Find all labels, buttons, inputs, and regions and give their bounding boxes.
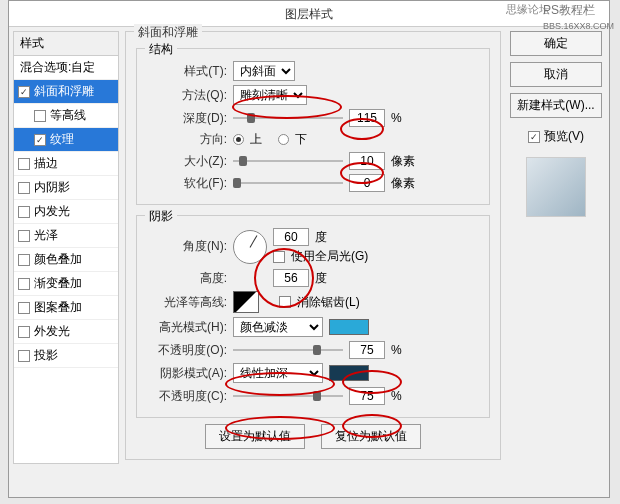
styles-list: 样式 混合选项:自定 斜面和浮雕 等高线 纹理 描边 内阴影 内发光 光泽 颜色… bbox=[13, 31, 119, 464]
technique-label: 方法(Q): bbox=[147, 87, 227, 104]
direction-up-radio[interactable] bbox=[233, 134, 244, 145]
item-label: 内发光 bbox=[34, 203, 70, 220]
unit-percent: % bbox=[391, 111, 402, 125]
color-overlay-item[interactable]: 颜色叠加 bbox=[14, 248, 118, 272]
item-label: 纹理 bbox=[50, 131, 74, 148]
set-default-button[interactable]: 设置为默认值 bbox=[205, 424, 305, 449]
item-label: 外发光 bbox=[34, 323, 70, 340]
altitude-input[interactable] bbox=[273, 269, 309, 287]
bevel-emboss-item[interactable]: 斜面和浮雕 bbox=[14, 80, 118, 104]
shadow-mode-label: 阴影模式(A): bbox=[147, 365, 227, 382]
cancel-button[interactable]: 取消 bbox=[510, 62, 602, 87]
highlight-opacity-slider[interactable] bbox=[233, 344, 343, 356]
unit-px: 像素 bbox=[391, 175, 415, 192]
altitude-label: 高度: bbox=[147, 270, 227, 287]
gloss-contour-picker[interactable] bbox=[233, 291, 259, 313]
checkbox-icon[interactable] bbox=[18, 158, 30, 170]
preview-thumbnail bbox=[526, 157, 586, 217]
settings-panel: 斜面和浮雕 结构 样式(T): 内斜面 方法(Q): 雕刻清晰 深度(D): bbox=[125, 31, 501, 464]
right-panel: 确定 取消 新建样式(W)... 预览(V) bbox=[507, 31, 605, 464]
highlight-mode-select[interactable]: 颜色减淡 bbox=[233, 317, 323, 337]
item-label: 颜色叠加 bbox=[34, 251, 82, 268]
depth-label: 深度(D): bbox=[147, 110, 227, 127]
watermark-text: PS教程栏 BBS.16XX8.COM bbox=[543, 2, 614, 31]
preview-label: 预览(V) bbox=[544, 128, 584, 145]
direction-down-radio[interactable] bbox=[278, 134, 289, 145]
drop-shadow-item[interactable]: 投影 bbox=[14, 344, 118, 368]
item-label: 图案叠加 bbox=[34, 299, 82, 316]
antialias-checkbox[interactable] bbox=[279, 296, 291, 308]
inner-shadow-item[interactable]: 内阴影 bbox=[14, 176, 118, 200]
stroke-item[interactable]: 描边 bbox=[14, 152, 118, 176]
shadow-opacity-input[interactable] bbox=[349, 387, 385, 405]
checkbox-icon[interactable] bbox=[18, 326, 30, 338]
bevel-group: 斜面和浮雕 结构 样式(T): 内斜面 方法(Q): 雕刻清晰 深度(D): bbox=[125, 31, 501, 460]
checkbox-icon[interactable] bbox=[18, 206, 30, 218]
shading-subgroup: 阴影 角度(N): 度 使用全局光(G) bbox=[136, 215, 490, 418]
angle-input[interactable] bbox=[273, 228, 309, 246]
layer-style-dialog: 图层样式 样式 混合选项:自定 斜面和浮雕 等高线 纹理 描边 内阴影 内发光 … bbox=[8, 0, 610, 498]
global-light-label: 使用全局光(G) bbox=[291, 248, 368, 265]
shadow-opacity-slider[interactable] bbox=[233, 390, 343, 402]
preview-checkbox[interactable] bbox=[528, 131, 540, 143]
soften-slider[interactable] bbox=[233, 177, 343, 189]
soften-label: 软化(F): bbox=[147, 175, 227, 192]
checkbox-icon[interactable] bbox=[18, 230, 30, 242]
item-label: 描边 bbox=[34, 155, 58, 172]
highlight-color-swatch[interactable] bbox=[329, 319, 369, 335]
item-label: 光泽 bbox=[34, 227, 58, 244]
shadow-mode-select[interactable]: 线性加深 bbox=[233, 363, 323, 383]
group-title: 斜面和浮雕 bbox=[134, 24, 202, 41]
unit-deg: 度 bbox=[315, 229, 327, 246]
size-label: 大小(Z): bbox=[147, 153, 227, 170]
structure-subgroup: 结构 样式(T): 内斜面 方法(Q): 雕刻清晰 深度(D): % bbox=[136, 48, 490, 205]
contour-item[interactable]: 等高线 bbox=[14, 104, 118, 128]
subgroup-title: 结构 bbox=[145, 41, 177, 58]
checkbox-icon[interactable] bbox=[18, 182, 30, 194]
checkbox-icon[interactable] bbox=[18, 278, 30, 290]
gradient-overlay-item[interactable]: 渐变叠加 bbox=[14, 272, 118, 296]
unit-percent: % bbox=[391, 343, 402, 357]
ok-button[interactable]: 确定 bbox=[510, 31, 602, 56]
styles-header: 样式 bbox=[14, 32, 118, 56]
technique-select[interactable]: 雕刻清晰 bbox=[233, 85, 307, 105]
checkbox-icon[interactable] bbox=[34, 110, 46, 122]
checkbox-icon[interactable] bbox=[18, 254, 30, 266]
style-select[interactable]: 内斜面 bbox=[233, 61, 295, 81]
item-label: 渐变叠加 bbox=[34, 275, 82, 292]
outer-glow-item[interactable]: 外发光 bbox=[14, 320, 118, 344]
highlight-opacity-label: 不透明度(O): bbox=[147, 342, 227, 359]
size-slider[interactable] bbox=[233, 155, 343, 167]
subgroup-title: 阴影 bbox=[145, 208, 177, 225]
texture-item[interactable]: 纹理 bbox=[14, 128, 118, 152]
new-style-button[interactable]: 新建样式(W)... bbox=[510, 93, 602, 118]
depth-slider[interactable] bbox=[233, 112, 343, 124]
style-label: 样式(T): bbox=[147, 63, 227, 80]
global-light-checkbox[interactable] bbox=[273, 251, 285, 263]
highlight-opacity-input[interactable] bbox=[349, 341, 385, 359]
unit-percent: % bbox=[391, 389, 402, 403]
shadow-opacity-label: 不透明度(C): bbox=[147, 388, 227, 405]
gloss-contour-label: 光泽等高线: bbox=[147, 294, 227, 311]
direction-label: 方向: bbox=[147, 131, 227, 148]
size-input[interactable] bbox=[349, 152, 385, 170]
angle-label: 角度(N): bbox=[147, 238, 227, 255]
soften-input[interactable] bbox=[349, 174, 385, 192]
checkbox-icon[interactable] bbox=[34, 134, 46, 146]
inner-glow-item[interactable]: 内发光 bbox=[14, 200, 118, 224]
blend-options-item[interactable]: 混合选项:自定 bbox=[14, 56, 118, 80]
unit-deg: 度 bbox=[315, 270, 327, 287]
checkbox-icon[interactable] bbox=[18, 350, 30, 362]
item-label: 等高线 bbox=[50, 107, 86, 124]
unit-px: 像素 bbox=[391, 153, 415, 170]
angle-wheel[interactable] bbox=[233, 230, 267, 264]
pattern-overlay-item[interactable]: 图案叠加 bbox=[14, 296, 118, 320]
checkbox-icon[interactable] bbox=[18, 86, 30, 98]
depth-input[interactable] bbox=[349, 109, 385, 127]
item-label: 投影 bbox=[34, 347, 58, 364]
reset-default-button[interactable]: 复位为默认值 bbox=[321, 424, 421, 449]
highlight-mode-label: 高光模式(H): bbox=[147, 319, 227, 336]
shadow-color-swatch[interactable] bbox=[329, 365, 369, 381]
checkbox-icon[interactable] bbox=[18, 302, 30, 314]
satin-item[interactable]: 光泽 bbox=[14, 224, 118, 248]
